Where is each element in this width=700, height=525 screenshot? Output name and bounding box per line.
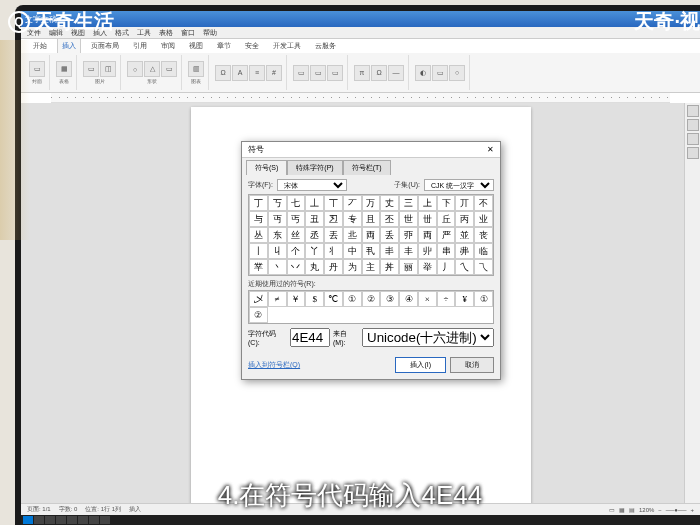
char-cell[interactable]: 丅 [324, 195, 343, 211]
char-cell[interactable]: 且 [362, 211, 381, 227]
char-cell[interactable]: 丣 [399, 227, 418, 243]
char-cell[interactable]: 丑 [305, 211, 324, 227]
char-cell[interactable]: 丧 [474, 227, 493, 243]
char-cell[interactable]: 业 [474, 211, 493, 227]
ribbon-button[interactable]: ◐ [415, 65, 431, 81]
char-cell[interactable]: 丘 [437, 211, 456, 227]
char-cell[interactable]: 个 [287, 243, 306, 259]
char-cell[interactable]: 丼 [380, 259, 399, 275]
ribbon-button[interactable]: ▭ [327, 65, 343, 81]
ribbon-button[interactable]: ▭ [310, 65, 326, 81]
side-button[interactable] [687, 133, 699, 145]
char-cell[interactable]: 乀 [455, 259, 474, 275]
char-cell[interactable]: 东 [268, 227, 287, 243]
char-cell[interactable]: 丝 [287, 227, 306, 243]
shortcut-link[interactable]: 插入到符号栏(Q) [248, 360, 300, 370]
char-cell[interactable]: 丟 [324, 227, 343, 243]
ribbon-tab[interactable]: 安全 [241, 39, 263, 53]
recent-char-cell[interactable]: ÷ [437, 291, 456, 307]
char-cell[interactable]: 丏 [268, 211, 287, 227]
ribbon-button[interactable]: ▭ [29, 61, 45, 77]
char-cell[interactable]: 丙 [455, 211, 474, 227]
char-cell[interactable]: 举 [418, 259, 437, 275]
ribbon-button[interactable]: ▭ [83, 61, 99, 77]
char-cell[interactable]: 不 [474, 195, 493, 211]
char-cell[interactable]: 专 [343, 211, 362, 227]
taskbar-button[interactable] [67, 516, 77, 524]
ribbon-tab[interactable]: 页面布局 [87, 39, 123, 53]
char-cell[interactable]: 丮 [362, 243, 381, 259]
side-button[interactable] [687, 119, 699, 131]
char-cell[interactable]: 丵 [249, 259, 268, 275]
ribbon-button[interactable]: ○ [449, 65, 465, 81]
recent-char-cell[interactable]: ② [362, 291, 381, 307]
insert-button[interactable]: 插入(I) [395, 357, 446, 373]
char-cell[interactable]: 丠 [343, 227, 362, 243]
ribbon-button[interactable]: ▭ [293, 65, 309, 81]
char-cell[interactable]: 丨 [249, 243, 268, 259]
char-cell[interactable]: 丩 [268, 243, 287, 259]
char-cell[interactable]: 丫 [305, 243, 324, 259]
ribbon-button[interactable]: π [354, 65, 370, 81]
char-cell[interactable]: 丗 [418, 211, 437, 227]
menu-item[interactable]: 窗口 [181, 28, 195, 38]
taskbar-button[interactable] [100, 516, 110, 524]
char-cell[interactable]: 万 [362, 195, 381, 211]
char-cell[interactable]: 丄 [305, 195, 324, 211]
char-cell[interactable]: 並 [455, 227, 474, 243]
ribbon-button[interactable]: ≡ [249, 65, 265, 81]
recent-char-cell[interactable]: ℃ [324, 291, 343, 307]
char-cell[interactable]: 丹 [324, 259, 343, 275]
ribbon-tab[interactable]: 插入 [57, 38, 81, 53]
ribbon-button[interactable]: — [388, 65, 404, 81]
ribbon-tab[interactable]: 开发工具 [269, 39, 305, 53]
ribbon-button[interactable]: A [232, 65, 248, 81]
char-cell[interactable]: 丕 [380, 211, 399, 227]
char-cell[interactable]: 丳 [455, 243, 474, 259]
char-cell[interactable]: 丆 [343, 195, 362, 211]
ribbon-button[interactable]: Ω [371, 65, 387, 81]
subset-select[interactable]: CJK 统一汉字 [424, 179, 494, 191]
side-button[interactable] [687, 147, 699, 159]
char-cell[interactable]: 丒 [324, 211, 343, 227]
ribbon-button[interactable]: ◫ [100, 61, 116, 77]
recent-char-cell[interactable]: ② [249, 307, 268, 323]
char-cell[interactable]: 严 [437, 227, 456, 243]
recent-char-cell[interactable]: ④ [399, 291, 418, 307]
char-cell[interactable]: 中 [343, 243, 362, 259]
menu-item[interactable]: 格式 [115, 28, 129, 38]
start-button[interactable] [23, 516, 33, 524]
char-cell[interactable]: 丈 [380, 195, 399, 211]
taskbar-button[interactable] [34, 516, 44, 524]
ribbon-tab[interactable]: 云服务 [311, 39, 340, 53]
char-cell[interactable]: 丸 [305, 259, 324, 275]
char-cell[interactable]: 下 [437, 195, 456, 211]
recent-char-cell[interactable]: ① [474, 291, 493, 307]
taskbar-button[interactable] [89, 516, 99, 524]
char-cell[interactable]: 丁 [249, 195, 268, 211]
char-cell[interactable]: 丽 [399, 259, 418, 275]
menu-item[interactable]: 工具 [137, 28, 151, 38]
char-cell[interactable]: 丯 [380, 243, 399, 259]
ribbon-tab[interactable]: 开始 [29, 39, 51, 53]
recent-char-cell[interactable]: ① [343, 291, 362, 307]
char-cell[interactable]: 上 [418, 195, 437, 211]
ribbon-button[interactable]: ▭ [161, 61, 177, 77]
recent-char-cell[interactable]: ≠ [268, 291, 287, 307]
ribbon-button[interactable]: Ω [215, 65, 231, 81]
char-cell[interactable]: 主 [362, 259, 381, 275]
ribbon-button[interactable]: ▭ [432, 65, 448, 81]
font-select[interactable]: 宋体 [277, 179, 347, 191]
taskbar-button[interactable] [45, 516, 55, 524]
ribbon-tab[interactable]: 章节 [213, 39, 235, 53]
ribbon-button[interactable]: # [266, 65, 282, 81]
taskbar-button[interactable] [78, 516, 88, 524]
recent-char-cell[interactable]: ③ [380, 291, 399, 307]
char-cell[interactable]: 为 [343, 259, 362, 275]
char-cell[interactable]: 临 [474, 243, 493, 259]
taskbar-button[interactable] [56, 516, 66, 524]
recent-char-cell[interactable]: ￥ [287, 291, 306, 307]
char-cell[interactable]: 丷 [287, 259, 306, 275]
char-cell[interactable]: 丬 [324, 243, 343, 259]
recent-char-cell[interactable]: × [418, 291, 437, 307]
